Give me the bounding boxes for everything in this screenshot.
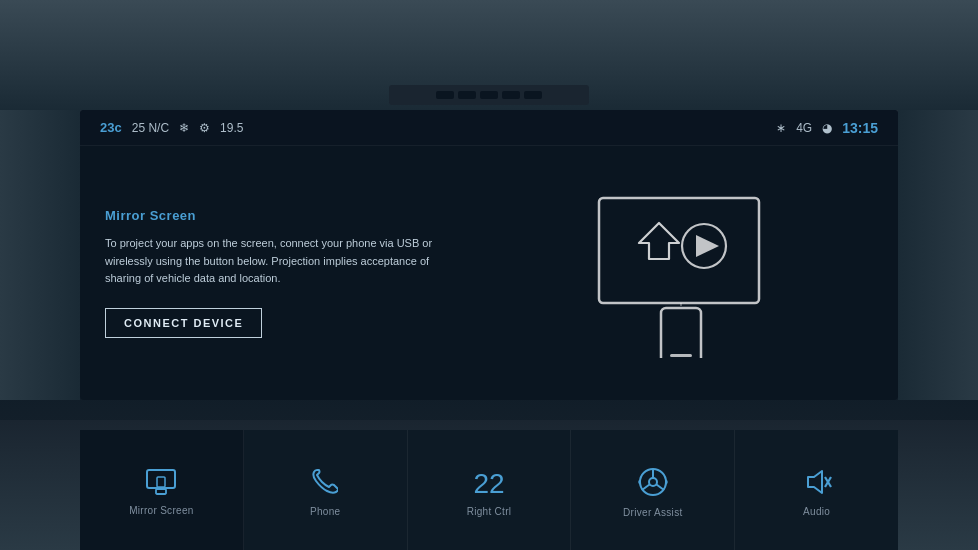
signal-icon: 4G bbox=[796, 121, 812, 135]
svg-line-14 bbox=[656, 485, 664, 491]
svg-marker-1 bbox=[639, 223, 679, 259]
status-left: 23c 25 N/C ❄ ⚙ 19.5 bbox=[100, 120, 243, 135]
svg-marker-3 bbox=[696, 235, 719, 257]
vent-slot bbox=[436, 91, 454, 99]
svg-line-13 bbox=[642, 485, 650, 491]
status-bar: 23c 25 N/C ❄ ⚙ 19.5 ∗ 4G ◕ 13:15 bbox=[80, 110, 898, 146]
svg-point-11 bbox=[649, 478, 657, 486]
mirror-screen-icon bbox=[146, 469, 176, 499]
left-panel: Mirror Screen To project your apps on th… bbox=[80, 188, 460, 358]
fan-icon: ⚙ bbox=[199, 121, 210, 135]
top-bezel bbox=[0, 0, 978, 110]
svg-rect-5 bbox=[670, 354, 692, 357]
toolbar-item-audio[interactable]: Audio bbox=[735, 430, 898, 550]
mute-icon bbox=[802, 468, 832, 500]
left-bezel bbox=[0, 110, 80, 400]
vent-slot bbox=[502, 91, 520, 99]
svg-rect-9 bbox=[157, 477, 165, 487]
clock-display: 13:15 bbox=[842, 120, 878, 136]
connect-device-button[interactable]: CONNECT DEVICE bbox=[105, 308, 262, 338]
mirror-screen-description: To project your apps on the screen, conn… bbox=[105, 235, 435, 288]
content-area: Mirror Screen To project your apps on th… bbox=[80, 146, 898, 400]
svg-rect-7 bbox=[147, 470, 175, 488]
driver-assist-label: Driver Assist bbox=[623, 507, 682, 518]
toolbar-item-mirror-screen[interactable]: Mirror Screen bbox=[80, 430, 244, 550]
location-icon: ◕ bbox=[822, 121, 832, 135]
ac-icon: ❄ bbox=[179, 121, 189, 135]
temperature-display: 23c bbox=[100, 120, 122, 135]
vent-slot bbox=[458, 91, 476, 99]
main-screen: 23c 25 N/C ❄ ⚙ 19.5 ∗ 4G ◕ 13:15 Mirror … bbox=[80, 110, 898, 400]
audio-label: Audio bbox=[803, 506, 830, 517]
right-ctrl-number: 22 bbox=[473, 468, 504, 500]
fuel-display: 19.5 bbox=[220, 121, 243, 135]
right-panel bbox=[460, 168, 898, 378]
bluetooth-icon: ∗ bbox=[776, 121, 786, 135]
right-bezel bbox=[898, 110, 978, 400]
mirror-screen-label: Mirror Screen bbox=[129, 505, 193, 516]
toolbar-item-right-ctrl[interactable]: 22 Right Ctrl bbox=[408, 430, 572, 550]
mirror-illustration bbox=[579, 188, 779, 358]
vent-slot bbox=[480, 91, 498, 99]
bottom-toolbar: Mirror Screen Phone 22 Right Ctrl bbox=[80, 430, 898, 550]
toolbar-item-phone[interactable]: Phone bbox=[244, 430, 408, 550]
svg-rect-0 bbox=[599, 198, 759, 303]
phone-icon bbox=[312, 468, 338, 500]
right-ctrl-label: Right Ctrl bbox=[467, 506, 512, 517]
svg-rect-8 bbox=[156, 489, 166, 494]
toolbar-item-driver-assist[interactable]: Driver Assist bbox=[571, 430, 735, 550]
vent-slot bbox=[524, 91, 542, 99]
phone-label: Phone bbox=[310, 506, 340, 517]
steering-wheel-icon bbox=[638, 467, 668, 501]
mirror-screen-title: Mirror Screen bbox=[105, 208, 435, 223]
svg-rect-4 bbox=[661, 308, 701, 358]
top-vent bbox=[389, 85, 589, 105]
ac-display: 25 N/C bbox=[132, 121, 169, 135]
status-right: ∗ 4G ◕ 13:15 bbox=[776, 120, 878, 136]
